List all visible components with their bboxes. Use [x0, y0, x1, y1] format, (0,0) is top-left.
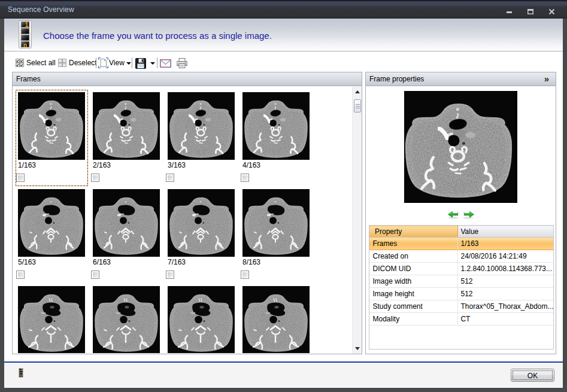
- svg-text:n: n: [23, 42, 27, 48]
- svg-text:1: 1: [25, 21, 28, 28]
